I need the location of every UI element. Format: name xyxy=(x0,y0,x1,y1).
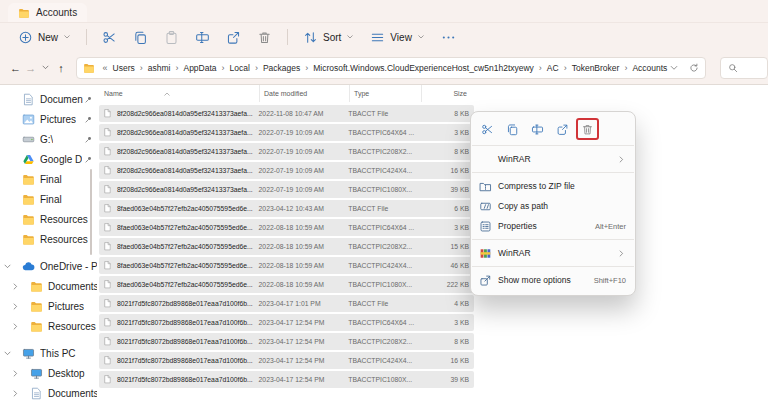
breadcrumb-segment[interactable]: ashmi xyxy=(146,63,173,73)
new-button[interactable]: New xyxy=(10,27,79,48)
table-row[interactable]: 8faed063e04b57f27efb2ac405075595ed6e...2… xyxy=(99,200,474,217)
refresh-icon[interactable] xyxy=(689,63,699,73)
copy-button[interactable] xyxy=(125,27,156,48)
delete-button[interactable] xyxy=(249,27,280,48)
breadcrumb-segment[interactable]: Packages xyxy=(261,63,302,73)
table-row[interactable]: 8021f7d5fc8072bd89868e017eaa7d100f6b...2… xyxy=(99,352,474,369)
menu-item-compress-to-zip-file[interactable]: Compress to ZIP file xyxy=(471,176,635,196)
search-box[interactable] xyxy=(720,57,768,79)
table-row[interactable]: 8f208d2c966ea0814d0a95ef32413373aefa...2… xyxy=(99,105,474,122)
file-name-cell: 8021f7d5fc8072bd89868e017eaa7d100f6b... xyxy=(99,336,259,347)
sidebar-item-documents[interactable]: Documents xyxy=(0,276,97,296)
chevron-right-icon[interactable] xyxy=(11,389,20,398)
titlebar: Accounts xyxy=(0,0,768,22)
breadcrumb-separator: › xyxy=(621,63,630,73)
forward-button[interactable]: → xyxy=(23,58,38,78)
table-row[interactable]: 8faed063e04b57f27efb2ac405075595ed6e...2… xyxy=(99,276,474,293)
address-bar[interactable]: « Users›ashmi›AppData›Local›Packages›Mic… xyxy=(76,57,707,79)
file-icon xyxy=(104,279,113,290)
breadcrumb-overflow[interactable]: « xyxy=(100,63,111,73)
chevron-down-icon[interactable] xyxy=(3,262,12,271)
context-menu: WinRARCompress to ZIP fileCopy as pathPr… xyxy=(470,111,636,296)
sidebar-item-label: OneDrive - Pe xyxy=(40,261,97,272)
sidebar-item-pictures[interactable]: Pictures xyxy=(0,296,97,316)
more-button[interactable] xyxy=(433,27,464,48)
menu-item-properties[interactable]: PropertiesAlt+Enter xyxy=(471,216,635,236)
table-row[interactable]: 8f208d2c966ea0814d0a95ef32413373aefa...2… xyxy=(99,143,474,160)
column-header-name[interactable]: Name xyxy=(97,85,259,102)
share-quick-action[interactable] xyxy=(551,118,574,140)
table-row[interactable]: 8021f7d5fc8072bd89868e017eaa7d100f6b...2… xyxy=(99,371,474,388)
file-type: TBACCTPIC1080X... xyxy=(348,186,420,193)
rename-quick-action[interactable] xyxy=(526,118,549,140)
file-size: 39 KB xyxy=(420,376,474,383)
breadcrumb-segment[interactable]: AC xyxy=(545,63,561,73)
breadcrumb-segment[interactable]: AppData xyxy=(181,63,218,73)
chevron-down-icon[interactable] xyxy=(3,349,12,358)
explorer-tab[interactable]: Accounts xyxy=(8,3,87,22)
sidebar-item-final[interactable]: Final xyxy=(0,169,97,189)
address-dropdown-icon[interactable] xyxy=(669,63,679,73)
delete-quick-action-highlighted[interactable] xyxy=(576,118,599,140)
chevron-right-icon[interactable] xyxy=(11,302,20,311)
table-row[interactable]: 8021f7d5fc8072bd89868e017eaa7d100f6b...2… xyxy=(99,314,474,331)
recent-locations-button[interactable] xyxy=(38,58,53,78)
file-size: 8 KB xyxy=(420,110,474,117)
breadcrumb-segment[interactable]: Accounts xyxy=(630,63,669,73)
sidebar-item-documents[interactable]: Documents xyxy=(0,383,97,403)
rename-button[interactable] xyxy=(187,27,218,48)
table-row[interactable]: 8f208d2c966ea0814d0a95ef32413373aefa...2… xyxy=(99,124,474,141)
sort-button[interactable]: Sort xyxy=(295,27,362,48)
table-row[interactable]: 8f208d2c966ea0814d0a95ef32413373aefa...2… xyxy=(99,181,474,198)
sidebar-item-this-pc[interactable]: This PC xyxy=(0,343,97,363)
sidebar-item-g-[interactable]: G:\ xyxy=(0,129,97,149)
column-header-type[interactable]: Type xyxy=(349,85,421,102)
paste-icon xyxy=(164,30,179,45)
sidebar-item-onedrive-pe[interactable]: OneDrive - Pe xyxy=(0,256,97,276)
menu-item-show-more-options[interactable]: Show more optionsShift+F10 xyxy=(471,270,635,290)
breadcrumb-segment[interactable]: Local xyxy=(228,63,252,73)
cut-button[interactable] xyxy=(94,27,125,48)
file-name-cell: 8021f7d5fc8072bd89868e017eaa7d100f6b... xyxy=(99,317,259,328)
file-icon xyxy=(104,146,113,157)
view-button[interactable]: View xyxy=(362,27,433,48)
breadcrumb-segment[interactable]: TokenBroker xyxy=(570,63,622,73)
table-row[interactable]: 8faed063e04b57f27efb2ac405075595ed6e...2… xyxy=(99,219,474,236)
share-button[interactable] xyxy=(218,27,249,48)
up-button[interactable]: ↑ xyxy=(53,58,68,78)
cut-quick-action[interactable] xyxy=(476,118,499,140)
chevron-right-icon[interactable] xyxy=(11,322,20,331)
paste-button[interactable] xyxy=(156,27,187,48)
menu-item-winrar[interactable]: WinRAR xyxy=(471,149,635,169)
winrar-icon xyxy=(479,247,492,260)
back-button[interactable]: ← xyxy=(8,58,23,78)
table-row[interactable]: 8021f7d5fc8072bd89868e017eaa7d100f6b...2… xyxy=(99,333,474,350)
table-row[interactable]: 8f208d2c966ea0814d0a95ef32413373aefa...2… xyxy=(99,162,474,179)
copy-quick-action[interactable] xyxy=(501,118,524,140)
breadcrumb-segment[interactable]: Microsoft.Windows.CloudExperienceHost_cw… xyxy=(311,63,536,73)
table-row[interactable]: 8021f7d5fc8072bd89868e017eaa7d100f6b...2… xyxy=(99,295,474,312)
ellipsis-icon xyxy=(441,30,456,45)
column-header-size[interactable]: Size xyxy=(421,85,473,102)
sidebar-item-resources[interactable]: Resources xyxy=(0,209,97,229)
sidebar-item-resources[interactable]: Resources xyxy=(0,316,97,336)
sidebar-item-resources[interactable]: Resources xyxy=(0,229,97,249)
table-row[interactable]: 8faed063e04b57f27efb2ac405075595ed6e...2… xyxy=(99,257,474,274)
sidebar-item-desktop[interactable]: Desktop xyxy=(0,363,97,383)
sidebar-item-documen[interactable]: Documen xyxy=(0,89,97,109)
breadcrumb-segment[interactable]: Users xyxy=(111,63,137,73)
sidebar-item-pictures[interactable]: Pictures xyxy=(0,109,97,129)
sidebar-item-final[interactable]: Final xyxy=(0,189,97,209)
sidebar-item-google-d[interactable]: Google D xyxy=(0,149,97,169)
menu-item-copy-as-path[interactable]: Copy as path xyxy=(471,196,635,216)
chevron-right-icon[interactable] xyxy=(11,369,20,378)
sidebar-item-label: Pictures xyxy=(40,114,76,125)
doc-icon xyxy=(30,387,43,400)
chevron-right-icon[interactable] xyxy=(11,282,20,291)
column-header-date-modified[interactable]: Date modified xyxy=(259,85,349,102)
copy-icon xyxy=(133,30,148,45)
file-name: 8faed063e04b57f27efb2ac405075595ed6e... xyxy=(117,281,253,288)
menu-item-winrar[interactable]: WinRAR xyxy=(471,243,635,263)
scissors-icon xyxy=(481,123,494,136)
table-row[interactable]: 8faed063e04b57f27efb2ac405075595ed6e...2… xyxy=(99,238,474,255)
